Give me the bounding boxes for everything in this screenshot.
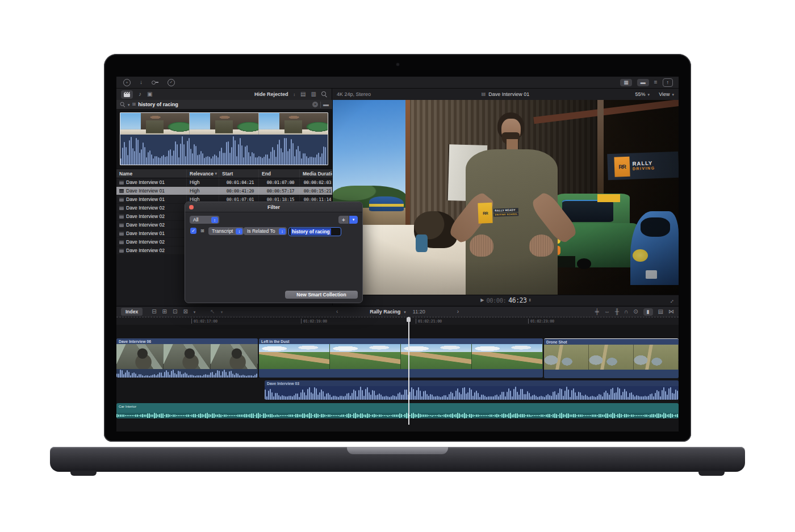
clip-row-icon: [119, 189, 124, 193]
table-row-selected[interactable]: Dave Interview 01 High 00:00:41:20 00:00…: [116, 187, 332, 195]
playhead-handle[interactable]: [407, 317, 411, 322]
back-chevron-icon[interactable]: ‹: [336, 309, 338, 315]
app-toolbar: + ↓ ✓ ▦ ▬ ≡ ↑: [116, 77, 679, 89]
search-bar[interactable]: ▾ ⊞ history of racing × ▬: [116, 100, 332, 110]
viewer-clip-title-group: ▤ Dave Interview 01: [332, 91, 679, 97]
match-all-dropdown[interactable]: All ↕: [190, 216, 219, 224]
play-icon[interactable]: ▶: [480, 298, 484, 303]
rule-value-field[interactable]: history of racing: [288, 227, 341, 236]
timeline-clip-left-in-the-dust[interactable]: Left in the Dust: [259, 338, 543, 378]
vignette-overlay: [333, 100, 679, 295]
desktop-background: + ↓ ✓ ▦ ▬ ≡ ↑ ♪ ▣: [0, 0, 795, 532]
dropdown-chevrons-icon: ↕: [211, 217, 218, 223]
clip-audio-waveform: [265, 386, 679, 400]
project-duration: 11:20: [413, 309, 425, 315]
check-circle-icon[interactable]: ✓: [168, 79, 175, 86]
import-icon[interactable]: +: [123, 79, 131, 86]
timeline-clip-dave-interview-06[interactable]: Dave Interview 06: [116, 338, 258, 378]
grid-view-icon[interactable]: ▦: [620, 79, 632, 86]
clip-row-icon: [119, 232, 124, 236]
macbook-base: [50, 447, 745, 472]
key-icon[interactable]: [152, 81, 158, 84]
timecode-value: 46:23: [508, 296, 526, 304]
browser-filter-group: Hide Rejected ↕ ▤ ▥: [254, 91, 327, 97]
close-icon[interactable]: [189, 205, 194, 210]
timecode-prefix: 00:00:: [486, 297, 506, 304]
list-view-icon[interactable]: ▥: [311, 91, 316, 97]
filmstrip-audio-waveform: [120, 135, 328, 165]
project-header: ‹ Rally Racing ▾ 11:20 ›: [116, 309, 679, 315]
download-icon[interactable]: ↓: [140, 79, 143, 85]
new-smart-collection-button[interactable]: New Smart Collection: [285, 291, 358, 299]
clip-row-icon: [119, 215, 124, 219]
clip-appearance-icon[interactable]: ▤: [300, 91, 306, 97]
viewer-pane: RR RALLY DRIVING: [333, 100, 679, 305]
timeline-clip-car-interior[interactable]: Car Interior: [116, 403, 679, 418]
add-rule-chevron[interactable]: ▾: [349, 216, 358, 224]
clip-thumbnails: [544, 345, 679, 370]
filmstrip-frame: [259, 113, 328, 135]
rule-type-dropdown[interactable]: Transcript ↕: [208, 227, 244, 235]
rule-condition-dropdown[interactable]: Is Related To ↕: [244, 227, 287, 235]
clip-row-icon: [119, 206, 124, 210]
viewer-clip-title: Dave Interview 01: [488, 91, 529, 97]
timecode-display: ▶ 00:00:46:23 ‖: [333, 296, 679, 304]
ruler-timecode: 01:02:23:00: [528, 319, 554, 324]
filmstrip-frame: [120, 113, 190, 135]
sort-chevron-icon: ▾: [215, 171, 217, 175]
hide-rejected-chevrons-icon[interactable]: ↕: [294, 93, 296, 97]
header-end[interactable]: End: [258, 169, 299, 178]
search-query-text[interactable]: history of racing: [138, 102, 178, 107]
viewer-toolbar: 4K 24p, Stereo ▤ Dave Interview 01 55% ▾…: [332, 89, 679, 100]
ruler-timecode: 01:02:19:00: [301, 319, 327, 324]
final-cut-pro-window: + ↓ ✓ ▦ ▬ ≡ ↑ ♪ ▣: [116, 77, 679, 432]
clear-search-icon[interactable]: ×: [312, 102, 318, 107]
adjust-sliders-icon[interactable]: ≡: [654, 79, 658, 85]
timeline-toolbar: Index ⊟ ⊞ ⊡ ⊠ ▾ ↖ ▾ ‹ Rally Racing ▾ 11:…: [116, 306, 679, 317]
viewer-video[interactable]: RR RALLY DRIVING: [333, 100, 679, 295]
rule-checkbox[interactable]: ✓: [190, 228, 196, 234]
header-duration[interactable]: Media Duration: [299, 169, 332, 178]
photos-audio-icon[interactable]: ♪: [139, 91, 141, 97]
hide-rejected-dropdown[interactable]: Hide Rejected: [254, 91, 288, 97]
playhead[interactable]: [408, 317, 409, 425]
timeline-tracks: Dave Interview 06 Left in the Dust Drone…: [116, 325, 679, 432]
timeline-clip-dave-interview-03[interactable]: Dave Interview 03: [265, 380, 679, 400]
clip-row-icon: [119, 181, 124, 185]
clips-pane-button[interactable]: [121, 90, 133, 99]
header-relevance[interactable]: Relevance ▾: [186, 169, 219, 178]
viewer-transport-bar: ◔ ▾ ▶ 00:00:46:23 ‖ ↔: [333, 295, 679, 305]
timeline-clip-drone-shot[interactable]: Drone Shot: [544, 338, 679, 378]
share-icon[interactable]: ↑: [663, 78, 673, 87]
table-header-row: Name Relevance ▾ Start End Media Duratio…: [116, 169, 332, 178]
filter-dialog-title: Filter: [267, 204, 280, 210]
timeline-ruler[interactable]: 01:02:17:00 01:02:19:00 01:02:21:00 01:0…: [116, 317, 679, 325]
toolbar-right-group: ▦ ▬ ≡ ↑: [620, 78, 679, 87]
search-divider: [320, 102, 321, 108]
add-rule-button[interactable]: +: [338, 216, 349, 224]
clip-row-icon: [119, 240, 124, 244]
project-name-dropdown[interactable]: Rally Racing: [370, 309, 400, 315]
range-bars-icon: ‖: [529, 298, 530, 303]
filter-dialog-titlebar[interactable]: Filter: [185, 202, 362, 212]
filter-dialog: Filter All ↕ + ▾ ✓ ⊞ Transcript ↕ Is Rel…: [185, 202, 363, 303]
header-start[interactable]: Start: [219, 169, 258, 178]
search-icon[interactable]: [321, 91, 327, 97]
clip-row-icon: [119, 223, 124, 227]
rubber-foot: [70, 471, 97, 476]
forward-chevron-icon[interactable]: ›: [457, 309, 459, 315]
table-row[interactable]: Dave Interview 01 High 00:01:04:21 00:01…: [116, 178, 332, 187]
search-results-view-icon[interactable]: ▬: [323, 102, 329, 107]
titles-generators-icon[interactable]: ▣: [147, 91, 152, 97]
filmstrip-zone: [116, 110, 332, 169]
filmstrip-view-icon[interactable]: ▬: [637, 79, 649, 86]
header-name[interactable]: Name: [116, 169, 186, 178]
project-chevron-icon: ▾: [404, 310, 406, 314]
search-field-icon: [120, 102, 125, 107]
filmstrip-frame: [190, 113, 259, 135]
selected-clip-filmstrip[interactable]: [120, 112, 328, 165]
clip-row-icon: [119, 249, 124, 253]
search-scope-chevron-icon[interactable]: ▾: [128, 103, 130, 107]
dropdown-chevrons-icon: ↕: [236, 228, 242, 234]
clip-thumbnails: [116, 344, 258, 369]
